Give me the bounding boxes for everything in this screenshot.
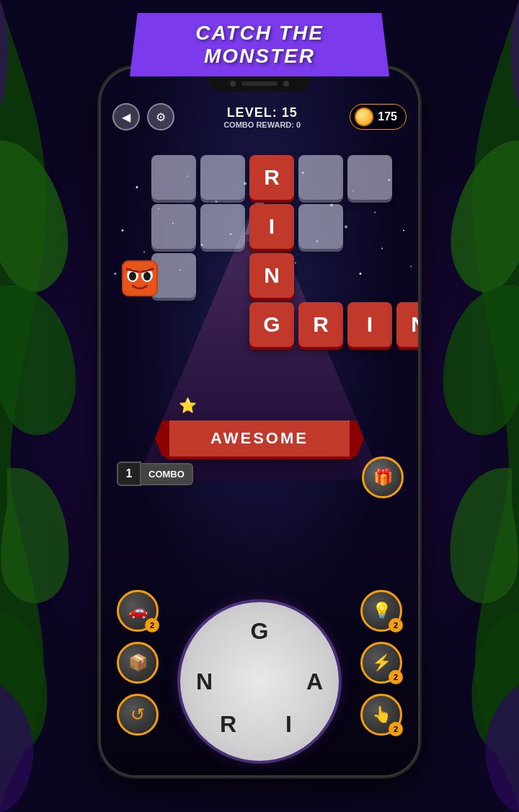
powerup-lightning-badge: 2 bbox=[389, 670, 403, 684]
top-right-powerup[interactable]: 🎁 bbox=[362, 456, 404, 498]
combo-indicator: 1 COMBO bbox=[117, 462, 193, 486]
svg-point-36 bbox=[129, 272, 136, 281]
combo-number: 1 bbox=[117, 462, 141, 486]
settings-button[interactable]: ⚙ bbox=[147, 103, 174, 131]
settings-icon: ⚙ bbox=[156, 110, 166, 124]
powerup-refresh-button[interactable]: ↺ bbox=[117, 694, 159, 736]
header-left: ◀ ⚙ bbox=[112, 103, 174, 131]
powerup-car-badge: 2 bbox=[145, 618, 159, 632]
svg-point-37 bbox=[143, 272, 151, 281]
powerup-pointer-badge: 2 bbox=[389, 722, 403, 736]
letter-wheel[interactable]: G N A R I bbox=[180, 602, 339, 761]
tile-I2[interactable]: I bbox=[347, 302, 392, 347]
wheel-letter-N: N bbox=[196, 668, 213, 695]
level-label: LEVEL: 15 bbox=[223, 105, 301, 120]
powerup-bulb-badge: 2 bbox=[389, 618, 403, 632]
tile-empty-r2c4[interactable] bbox=[298, 204, 343, 249]
awesome-text: AWESOME bbox=[210, 429, 309, 447]
car-icon: 🚗 bbox=[128, 601, 148, 620]
right-powerups: 💡 2 ⚡ 2 👆 2 bbox=[360, 590, 402, 736]
tile-empty-r1c4[interactable] bbox=[298, 155, 343, 200]
wheel-letter-A: A bbox=[306, 668, 323, 695]
tile-R[interactable]: R bbox=[249, 155, 294, 200]
left-leaves bbox=[0, 0, 79, 812]
powerup-pointer-button[interactable]: 👆 2 bbox=[360, 694, 402, 736]
refresh-icon: ↺ bbox=[130, 705, 145, 725]
tile-empty-r1c1[interactable] bbox=[151, 155, 196, 200]
crate-icon: 📦 bbox=[128, 653, 148, 672]
tile-empty-r2c2[interactable] bbox=[200, 204, 245, 249]
game-header: ◀ ⚙ LEVEL: 15 COMBO REWARD: 0 175 bbox=[101, 103, 418, 131]
phone-frame: ◀ ⚙ LEVEL: 15 COMBO REWARD: 0 175 bbox=[101, 69, 418, 775]
combo-label: COMBO bbox=[141, 463, 193, 485]
powerup-bulb-button[interactable]: 💡 2 bbox=[360, 590, 402, 632]
powerup-car-button[interactable]: 🚗 2 bbox=[117, 590, 159, 632]
coin-badge: 175 bbox=[350, 104, 407, 130]
wheel-letter-G: G bbox=[251, 618, 269, 645]
tile-N[interactable]: N bbox=[249, 253, 294, 298]
combo-reward-label: COMBO REWARD: 0 bbox=[223, 120, 301, 129]
notch-camera bbox=[230, 81, 236, 87]
tile-R2[interactable]: R bbox=[298, 302, 343, 347]
powerup-lightning-button[interactable]: ⚡ 2 bbox=[360, 642, 402, 684]
back-icon: ◀ bbox=[122, 110, 130, 124]
left-powerups: 🚗 2 📦 ↺ bbox=[117, 590, 159, 736]
powerup-crate-button[interactable]: 📦 bbox=[117, 642, 159, 684]
star-decoration: ⭐ bbox=[179, 397, 197, 414]
banner-text: CATCH THE MONSTER bbox=[173, 22, 346, 68]
awesome-banner: AWESOME bbox=[166, 420, 353, 456]
header-center: LEVEL: 15 COMBO REWARD: 0 bbox=[223, 105, 301, 129]
phone-screen: ◀ ⚙ LEVEL: 15 COMBO REWARD: 0 175 bbox=[101, 69, 418, 775]
tile-N2[interactable]: N bbox=[396, 302, 418, 347]
lightning-icon: ⚡ bbox=[372, 653, 391, 672]
wheel-letter-I: I bbox=[285, 711, 292, 738]
tile-empty-r1c2[interactable] bbox=[200, 155, 245, 200]
coin-count: 175 bbox=[378, 110, 397, 123]
reward-icon: 🎁 bbox=[362, 456, 404, 498]
coin-icon bbox=[355, 107, 373, 126]
notch-sensor bbox=[283, 81, 289, 87]
tile-G[interactable]: G bbox=[249, 302, 294, 347]
tile-empty-r2c1[interactable] bbox=[151, 204, 196, 249]
pointer-icon: 👆 bbox=[372, 705, 391, 724]
tile-I[interactable]: I bbox=[249, 204, 294, 249]
top-banner: CATCH THE MONSTER bbox=[130, 13, 389, 76]
phone-notch bbox=[209, 76, 310, 92]
bulb-icon: 💡 bbox=[372, 601, 391, 620]
back-button[interactable]: ◀ bbox=[112, 103, 140, 131]
monster-character bbox=[121, 260, 159, 297]
tile-empty-r1c5[interactable] bbox=[347, 155, 392, 200]
wheel-letter-R: R bbox=[220, 711, 236, 738]
notch-speaker bbox=[241, 81, 278, 86]
right-leaves bbox=[440, 0, 519, 812]
